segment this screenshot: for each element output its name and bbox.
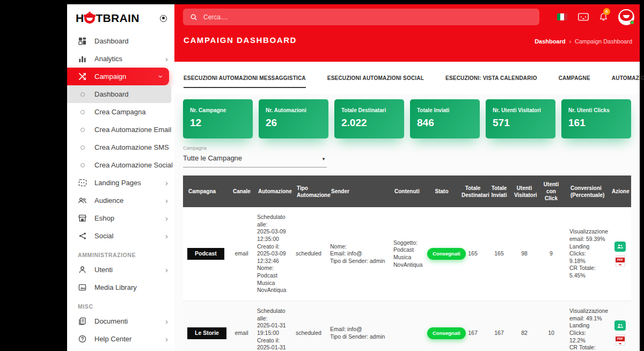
breadcrumb-parent[interactable]: Dashboard <box>535 38 565 45</box>
user-icon <box>78 265 87 274</box>
sidebar-item-label: Crea Automazione SMS <box>94 143 169 151</box>
main-area: 0 CAMPAIGN DASHBOARD Dashboard › Campaig… <box>174 4 640 351</box>
stat-card-nr-utenti-visitatori: Nr. Utenti Visitatori571 <box>486 99 555 138</box>
grid-icon <box>78 36 87 46</box>
apps-icon[interactable] <box>578 13 589 21</box>
sidebar-item-analytics[interactable]: Analytics› <box>67 50 174 68</box>
sidebar-menu: DashboardAnalytics›Campaign›DashboardCre… <box>67 32 174 348</box>
chevron-right-icon: › <box>165 335 168 343</box>
sidebar-item-landing-pages[interactable]: Landing Pages› <box>67 174 174 192</box>
sidebar-item-social[interactable]: Social› <box>67 227 174 245</box>
tab-campagne[interactable]: CAMPAGNE <box>559 62 590 88</box>
stat-value: 2.022 <box>341 117 397 129</box>
circle-bullet <box>80 145 85 150</box>
cell-utenti-visitatori: 98 <box>511 207 537 301</box>
notification-badge: 0 <box>603 8 610 15</box>
campaign-filter-select[interactable]: Tutte le Campagne <box>183 151 327 167</box>
column-header-sender: Sender <box>326 176 389 207</box>
logo-text-post: TBRAIN <box>96 12 139 25</box>
text-line: 2025-01-31 <box>257 344 289 351</box>
circle-bullet-icon <box>78 143 87 152</box>
sidebar-item-dashboard[interactable]: Dashboard <box>67 85 171 103</box>
sidebar-item-dashboard[interactable]: Dashboard <box>67 32 174 50</box>
tab-automazioni-ricorrenti-e-trigger[interactable]: AUTOMAZIONI RICORRENTI E TRIGGER <box>612 62 644 88</box>
chevron-right-icon: › <box>165 214 168 222</box>
stat-label: Nr. Automazioni <box>266 107 321 113</box>
sidebar-item-label: Dashboard <box>94 90 129 98</box>
header-icons: 0 <box>557 9 634 25</box>
users-report-icon[interactable] <box>614 320 626 331</box>
cell-azione: PDF⌁ <box>609 301 631 351</box>
stat-value: 161 <box>568 117 624 129</box>
sidebar-section-amministrazione: AMMINISTRAZIONE <box>67 245 174 261</box>
sidebar-item-crea-campagna[interactable]: Crea Campagna <box>67 103 174 121</box>
cell-utenti-visitatori: 82 <box>511 301 537 351</box>
italy-flag-icon[interactable] <box>557 13 567 20</box>
tab-esecuzioni-vista-calendario[interactable]: ESECUZIONI: VISTA CALENDARIO <box>445 62 537 88</box>
cell-automazione: Schedulatoalle:2025-01-3119:15:00Creato … <box>253 301 291 351</box>
chevron-down-icon: › <box>157 75 165 78</box>
text-line: 2025-03-09 <box>257 250 289 258</box>
text-line: Email: info@ <box>330 250 386 258</box>
sidebar-item-documenti[interactable]: Documenti› <box>67 312 174 330</box>
sidebar-item-crea-automazione-email[interactable]: Crea Automazione Email <box>67 121 174 138</box>
circle-bullet-icon <box>78 125 87 134</box>
avatar[interactable] <box>618 9 634 25</box>
chevron-right-icon: › <box>165 179 168 187</box>
campaign-badge: Le Storie <box>187 327 226 339</box>
text-line: Tipo di Sender: admin <box>330 333 386 341</box>
pdf-export-icon[interactable]: PDF⌁ <box>616 255 625 267</box>
text-line: alle: <box>257 221 289 229</box>
sidebar-item-label: Media Library <box>94 283 137 291</box>
search-bar[interactable] <box>183 9 539 25</box>
sidebar-item-campaign[interactable]: Campaign› <box>67 68 169 85</box>
sidebar-item-crea-automazione-social[interactable]: Crea Automazione Social <box>67 156 174 174</box>
circle-bullet <box>80 128 85 132</box>
cell-campagna: Podcast <box>183 207 230 301</box>
sidebar: H TBRAIN DashboardAnalytics›Campaign›Das… <box>67 4 174 351</box>
notifications-bell-icon[interactable]: 0 <box>599 12 608 21</box>
sidebar-item-audience[interactable]: Audience› <box>67 192 174 209</box>
sidebar-toggle-icon[interactable] <box>160 15 167 22</box>
circle-bullet <box>80 163 85 167</box>
sidebar-item-crea-automazione-sms[interactable]: Crea Automazione SMS <box>67 138 174 156</box>
tab-esecuzioni-automazioni-social[interactable]: ESECUZIONI AUTOMAZIONI SOCIAL <box>327 62 424 88</box>
text-line: Landing Clicks: <box>569 322 606 337</box>
sidebar-item-eshop[interactable]: Eshop› <box>67 209 174 227</box>
media-icon <box>78 283 87 292</box>
table-header-row: CampagnaCanaleAutomazioneTipo Automazion… <box>183 176 631 207</box>
page-title: CAMPAIGN DASHBOARD <box>184 35 297 45</box>
avatar-logo <box>620 10 633 21</box>
text-line: Soggetto: <box>393 239 422 247</box>
breadcrumb-separator: › <box>569 39 571 45</box>
pdf-export-icon[interactable]: PDF⌁ <box>616 334 625 346</box>
cell-tipo-automazione: scheduled <box>291 301 326 351</box>
tab-bar: ESECUZIONI AUTOMAZIONI MESSAGGISTICAESEC… <box>174 62 640 94</box>
tab-esecuzioni-automazioni-messaggistica[interactable]: ESECUZIONI AUTOMAZIONI MESSAGGISTICA <box>184 62 306 88</box>
cell-azione: PDF⌁ <box>609 207 631 301</box>
text-line: Creato il: <box>257 243 289 251</box>
search-input[interactable] <box>203 13 532 21</box>
logo-text-pre: H <box>76 12 84 25</box>
sidebar-item-label: Crea Campagna <box>94 108 145 116</box>
users-report-icon[interactable] <box>614 242 626 252</box>
sidebar-item-media-library[interactable]: Media Library <box>67 279 174 296</box>
column-header-contenuti: Contenuti <box>389 176 425 207</box>
text-line: NovAntiqua <box>393 261 422 269</box>
text-line: Nome: <box>330 243 386 251</box>
sidebar-section-misc: MISC <box>67 296 174 312</box>
sidebar-item-help-center[interactable]: Help Center› <box>67 330 174 348</box>
gear-smile-icon <box>84 13 95 24</box>
cell-canale: email <box>230 301 253 351</box>
stat-value: 571 <box>493 117 548 129</box>
chevron-right-icon: › <box>165 55 168 63</box>
stat-cards: Nr. Campagne12Nr. Automazioni26Totale De… <box>183 99 631 138</box>
sidebar-item-label: Eshop <box>94 214 114 222</box>
campaign-filter: Campagna Tutte le Campagne ▼ <box>183 145 327 167</box>
status-badge: Consegnati <box>427 248 466 260</box>
text-line: Visualizzazione <box>569 228 606 236</box>
sidebar-item-utenti[interactable]: Utenti› <box>67 261 174 279</box>
social-icon <box>78 231 87 240</box>
circle-bullet-icon <box>78 160 87 170</box>
column-header-canale: Canale <box>230 176 253 207</box>
